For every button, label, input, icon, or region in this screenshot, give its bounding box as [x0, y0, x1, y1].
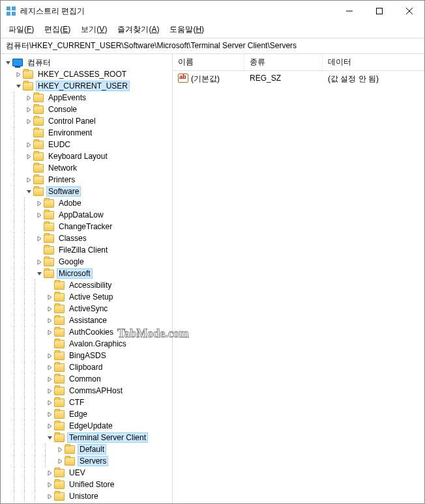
chevron-right-icon[interactable]	[35, 234, 44, 243]
tree-label: Unified Store	[69, 480, 114, 489]
chevron-down-icon[interactable]	[35, 269, 44, 278]
tree-node-clipboard[interactable]: Clipboard	[3, 361, 172, 373]
folder-icon	[54, 434, 65, 442]
folder-icon	[44, 211, 54, 219]
tree-node-software[interactable]: Software	[3, 186, 172, 197]
tree-node-appevents[interactable]: AppEvents	[3, 92, 172, 104]
tree-label: Environment	[48, 128, 92, 137]
chevron-right-icon[interactable]	[14, 70, 23, 79]
tree-node-env[interactable]: Environment	[3, 127, 172, 139]
chevron-right-icon[interactable]	[35, 199, 44, 208]
tree-node-commsaphost[interactable]: CommsAPHost	[3, 385, 172, 397]
tree-node-activesync[interactable]: ActiveSync	[3, 303, 172, 315]
folder-icon	[33, 152, 44, 161]
chevron-right-icon[interactable]	[45, 316, 54, 325]
menu-help[interactable]: 도움말(H)	[166, 23, 208, 36]
chevron-right-icon[interactable]	[45, 351, 54, 360]
tree-label: Assistance	[69, 316, 107, 325]
address-bar[interactable]: 컴퓨터\HKEY_CURRENT_USER\Software\Microsoft…	[1, 38, 424, 54]
chevron-right-icon[interactable]	[45, 421, 54, 430]
tree-node-network[interactable]: Network	[3, 162, 172, 174]
tree-node-microsoft[interactable]: Microsoft	[3, 268, 172, 279]
list-row[interactable]: (기본값) REG_SZ (값 설정 안 됨)	[173, 71, 424, 87]
tree-node-google[interactable]: Google	[3, 256, 172, 268]
chevron-right-icon[interactable]	[45, 410, 54, 419]
chevron-right-icon[interactable]	[45, 386, 54, 395]
chevron-right-icon[interactable]	[45, 363, 54, 372]
tree-node-appdatalow[interactable]: AppDataLow	[3, 209, 172, 221]
chevron-right-icon[interactable]	[24, 175, 33, 184]
chevron-down-icon[interactable]	[45, 433, 54, 442]
tree-node-unistore[interactable]: Unistore	[3, 490, 172, 502]
tree-node-ctf[interactable]: CTF	[3, 397, 172, 408]
tree-node-console[interactable]: Console	[3, 104, 172, 115]
chevron-right-icon[interactable]	[55, 445, 65, 454]
tree-node-uev[interactable]: UEV	[3, 467, 172, 479]
chevron-down-icon[interactable]	[24, 187, 33, 196]
tree-node-unifiedstore[interactable]: Unified Store	[3, 479, 172, 490]
tree-node-adobe[interactable]: Adobe	[3, 197, 172, 209]
tree-node-common[interactable]: Common	[3, 373, 172, 385]
tree-node-eudc[interactable]: EUDC	[3, 139, 172, 150]
tree-node-activesetup[interactable]: Active Setup	[3, 291, 172, 303]
chevron-down-icon[interactable]	[3, 58, 12, 67]
tree-node-hkcu[interactable]: HKEY_CURRENT_USER	[3, 80, 172, 92]
tree-label: Active Setup	[69, 292, 113, 301]
col-header-type[interactable]: 종류	[244, 54, 323, 70]
tree-label: AppDataLow	[59, 210, 104, 219]
folder-icon	[23, 70, 33, 79]
tree-node-kbd[interactable]: Keyboard Layout	[3, 150, 172, 162]
tree-node-bingasds[interactable]: BingASDS	[3, 350, 172, 361]
tree-node-classes[interactable]: Classes	[3, 232, 172, 244]
chevron-right-icon[interactable]	[45, 398, 54, 407]
chevron-right-icon[interactable]	[24, 152, 33, 161]
chevron-right-icon[interactable]	[24, 93, 33, 102]
tree-node-filezilla[interactable]: FileZilla Client	[3, 244, 172, 256]
chevron-right-icon[interactable]	[24, 105, 33, 114]
tree-pane[interactable]: 컴퓨터HKEY_CLASSES_ROOTHKEY_CURRENT_USERApp…	[1, 54, 173, 503]
menu-favorites[interactable]: 즐겨찾기(A)	[113, 23, 163, 36]
folder-icon	[23, 82, 33, 91]
chevron-right-icon[interactable]	[45, 292, 54, 301]
chevron-right-icon[interactable]	[45, 492, 54, 501]
chevron-right-icon[interactable]	[24, 117, 33, 126]
chevron-right-icon[interactable]	[35, 257, 44, 266]
minimize-button[interactable]	[334, 1, 364, 21]
close-button[interactable]	[394, 1, 424, 21]
tree-node-accessibility[interactable]: Accessibility	[3, 279, 172, 291]
col-header-name[interactable]: 이름	[173, 54, 244, 70]
maximize-button[interactable]	[364, 1, 394, 21]
col-header-data[interactable]: 데이터	[323, 54, 424, 70]
chevron-right-icon[interactable]	[24, 140, 33, 149]
chevron-down-icon[interactable]	[14, 81, 23, 91]
svg-rect-2	[7, 12, 10, 16]
tree-node-avalon[interactable]: Avalon.Graphics	[3, 338, 172, 350]
folder-icon	[33, 117, 44, 126]
tree-node-cpanel[interactable]: Control Panel	[3, 115, 172, 127]
tree-node-tsc[interactable]: Terminal Server Client	[3, 432, 172, 443]
tree-node-servers[interactable]: Servers	[3, 455, 172, 467]
tree-node-edge[interactable]: Edge	[3, 408, 172, 420]
tree-node-authcookies[interactable]: AuthCookies	[3, 326, 172, 338]
tree-node-changetracker[interactable]: ChangeTracker	[3, 221, 172, 232]
tree-node-edgeupdate[interactable]: EdgeUpdate	[3, 420, 172, 432]
tree-node-assistance[interactable]: Assistance	[3, 315, 172, 326]
chevron-right-icon[interactable]	[45, 468, 54, 477]
tree-node-hkcr[interactable]: HKEY_CLASSES_ROOT	[3, 68, 172, 80]
menu-file[interactable]: 파일(F)	[5, 23, 38, 36]
chevron-right-icon[interactable]	[55, 456, 65, 466]
folder-icon	[44, 223, 54, 231]
list-pane[interactable]: 이름 종류 데이터 (기본값) REG_SZ (값 설정 안 됨)	[173, 54, 424, 503]
menu-view[interactable]: 보기(V)	[77, 23, 111, 36]
tree-node-printers[interactable]: Printers	[3, 174, 172, 186]
chevron-right-icon[interactable]	[45, 304, 54, 313]
chevron-right-icon[interactable]	[45, 328, 54, 337]
tree-node-default[interactable]: Default	[3, 443, 172, 455]
chevron-right-icon[interactable]	[35, 210, 44, 219]
chevron-right-icon[interactable]	[45, 480, 54, 489]
tree-node-root[interactable]: 컴퓨터	[3, 57, 172, 68]
menu-edit[interactable]: 편집(E)	[40, 23, 74, 36]
chevron-right-icon[interactable]	[45, 374, 54, 384]
folder-icon	[54, 469, 65, 477]
tree-label: UEV	[69, 468, 85, 477]
